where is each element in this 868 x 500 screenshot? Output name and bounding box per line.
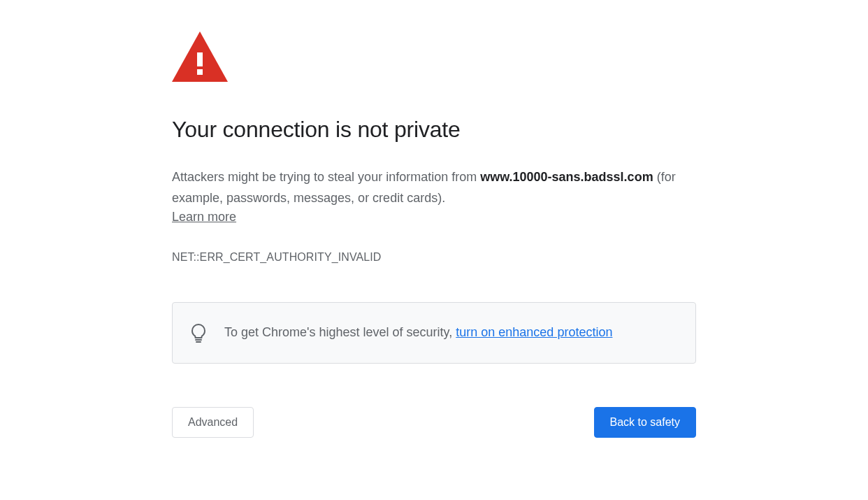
tip-text: To get Chrome's highest level of securit…: [224, 322, 612, 343]
learn-more-link[interactable]: Learn more: [172, 210, 236, 224]
advanced-button[interactable]: Advanced: [172, 407, 254, 438]
svg-rect-1: [197, 52, 203, 66]
ssl-interstitial-container: Your connection is not private Attackers…: [172, 0, 696, 438]
svg-rect-2: [197, 69, 203, 75]
back-to-safety-button[interactable]: Back to safety: [594, 407, 697, 438]
warning-triangle-icon: [172, 31, 696, 82]
lightbulb-icon: [191, 324, 206, 343]
description-prefix: Attackers might be trying to steal your …: [172, 170, 480, 184]
enhanced-protection-tip: To get Chrome's highest level of securit…: [172, 302, 696, 364]
tip-prefix: To get Chrome's highest level of securit…: [224, 325, 456, 339]
description-host: www.10000-sans.badssl.com: [480, 170, 653, 184]
error-code: NET::ERR_CERT_AUTHORITY_INVALID: [172, 251, 696, 264]
page-title: Your connection is not private: [172, 117, 696, 143]
warning-description: Attackers might be trying to steal your …: [172, 167, 696, 208]
button-row: Advanced Back to safety: [172, 407, 696, 438]
enhanced-protection-link[interactable]: turn on enhanced protection: [456, 325, 612, 339]
